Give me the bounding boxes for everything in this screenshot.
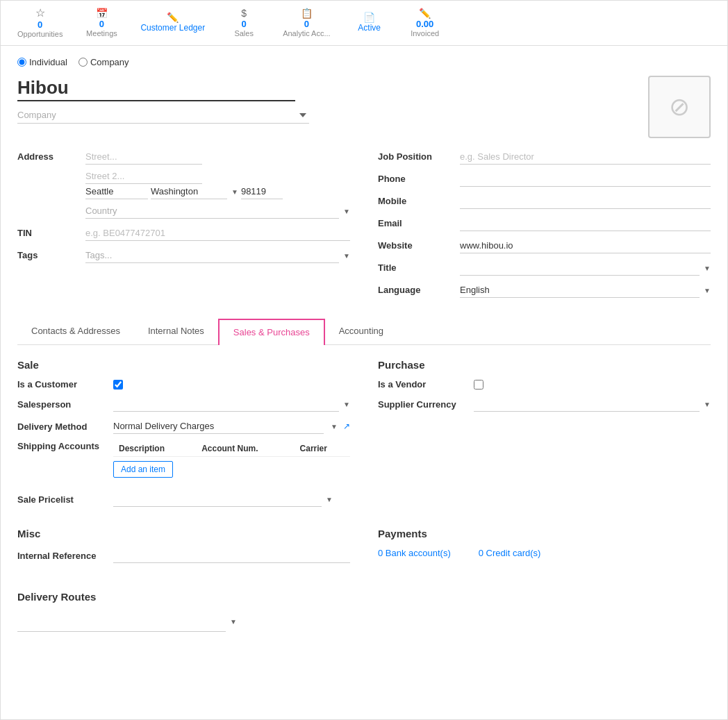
company-radio[interactable] xyxy=(78,58,88,67)
tab-contacts-addresses[interactable]: Contacts & Addresses xyxy=(17,319,134,344)
top-nav: ☆ 0 Opportunities 📅 0 Meetings ✏️ Custom… xyxy=(1,1,727,46)
phone-row: Phone xyxy=(378,171,711,187)
supplier-currency-select[interactable] xyxy=(474,396,700,412)
company-label: Company xyxy=(90,57,129,67)
company-radio-label[interactable]: Company xyxy=(78,57,129,67)
individual-radio-label[interactable]: Individual xyxy=(17,57,67,67)
title-label: Title xyxy=(378,262,454,273)
tab-accounting[interactable]: Accounting xyxy=(325,319,397,344)
salesperson-row: Salesperson ▼ xyxy=(17,396,350,412)
col-carrier: Carrier xyxy=(295,441,350,457)
tab-internal-notes[interactable]: Internal Notes xyxy=(134,319,218,344)
tin-input[interactable] xyxy=(85,226,350,241)
is-customer-checkbox[interactable] xyxy=(113,380,123,390)
customer-ledger-label: Customer Ledger xyxy=(140,23,205,33)
is-customer-label: Is a Customer xyxy=(17,379,108,390)
routes-dropdown-arrow: ▼ xyxy=(230,618,237,626)
shipping-accounts-table: Description Account Num. Carrier xyxy=(113,441,350,457)
supplier-currency-row: Supplier Currency ▼ xyxy=(378,396,711,412)
star-icon: ☆ xyxy=(35,6,45,19)
mobile-input[interactable] xyxy=(460,194,711,209)
payment-links: 0 Bank account(s) 0 Credit card(s) xyxy=(378,548,711,558)
street2-input[interactable] xyxy=(85,169,202,184)
nav-sales[interactable]: $ 0 Sales xyxy=(216,1,272,45)
language-select[interactable]: English xyxy=(460,283,700,298)
pricelist-row: Sale Pricelist ▼ xyxy=(17,492,350,507)
calendar-icon: 📅 xyxy=(96,8,108,19)
contact-type-group: Individual Company xyxy=(17,57,711,67)
sale-column: Sale Is a Customer Salesperson ▼ xyxy=(17,359,350,507)
name-input[interactable] xyxy=(17,76,295,101)
analytic-count: 0 xyxy=(304,19,309,29)
delivery-routes-select[interactable] xyxy=(17,617,226,632)
internal-ref-input[interactable] xyxy=(113,548,350,563)
company-select[interactable]: Company xyxy=(17,107,309,124)
nav-meetings[interactable]: 📅 0 Meetings xyxy=(74,1,129,45)
analytic-label: Analytic Acc... xyxy=(283,29,330,37)
shipping-accounts-row: Shipping Accounts Description Account Nu… xyxy=(17,441,350,478)
title-row: Title ▼ xyxy=(378,260,711,276)
is-vendor-checkbox[interactable] xyxy=(474,380,483,390)
website-input[interactable] xyxy=(460,238,711,253)
language-dropdown-arrow: ▼ xyxy=(704,287,711,294)
title-select[interactable] xyxy=(460,260,700,276)
email-input[interactable] xyxy=(460,216,711,231)
city-input[interactable] xyxy=(85,184,148,199)
add-item-button[interactable]: Add an item xyxy=(113,461,173,478)
city-state-row: Washington ▼ xyxy=(85,184,350,199)
credit-cards-link[interactable]: 0 Credit card(s) xyxy=(479,548,541,558)
misc-columns: Misc Internal Reference Payments 0 Bank … xyxy=(17,528,711,570)
tab-columns: Sale Is a Customer Salesperson ▼ xyxy=(17,359,711,507)
pricelist-label: Sale Pricelist xyxy=(17,494,108,505)
individual-radio[interactable] xyxy=(17,58,26,67)
title-dropdown-arrow: ▼ xyxy=(704,265,711,272)
photo-placeholder[interactable]: ⊘ xyxy=(648,76,711,138)
nav-customer-ledger[interactable]: ✏️ Customer Ledger xyxy=(129,1,216,45)
tags-select[interactable]: Tags... xyxy=(85,248,339,263)
job-position-row: Job Position xyxy=(378,149,711,165)
salesperson-label: Salesperson xyxy=(17,399,108,410)
company-field: Company xyxy=(17,107,648,124)
pricelist-select[interactable] xyxy=(113,492,322,507)
pricelist-dropdown-arrow: ▼ xyxy=(326,496,333,503)
zip-input[interactable] xyxy=(241,184,283,199)
mobile-label: Mobile xyxy=(378,196,454,206)
job-position-input[interactable] xyxy=(460,149,711,165)
delivery-external-link[interactable]: ↗ xyxy=(343,421,350,431)
tab-content: Sale Is a Customer Salesperson ▼ xyxy=(17,345,711,646)
main-content: Individual Company Company ⊘ xyxy=(1,46,727,719)
tags-label: Tags xyxy=(17,250,80,260)
nav-analytic[interactable]: 📋 0 Analytic Acc... xyxy=(272,1,341,45)
nav-active[interactable]: 📄 Active xyxy=(342,1,397,45)
country-dropdown-arrow: ▼ xyxy=(343,208,350,215)
email-row: Email xyxy=(378,216,711,231)
shipping-accounts-label: Shipping Accounts xyxy=(17,441,108,451)
phone-input[interactable] xyxy=(460,171,711,187)
mobile-row: Mobile xyxy=(378,194,711,209)
nav-opportunities[interactable]: ☆ 0 Opportunities xyxy=(6,1,74,45)
tab-sales-purchases[interactable]: Sales & Purchases xyxy=(218,319,325,345)
tabs-bar: Contacts & Addresses Internal Notes Sale… xyxy=(17,319,711,345)
country-select[interactable]: Country xyxy=(85,203,339,219)
delivery-routes-section: Delivery Routes ▼ xyxy=(17,591,711,632)
state-select[interactable]: Washington xyxy=(151,184,227,199)
delivery-method-row: Delivery Method Normal Delivery Charges … xyxy=(17,419,350,434)
phone-label: Phone xyxy=(378,174,454,184)
active-icon: 📄 xyxy=(363,12,375,23)
individual-label: Individual xyxy=(29,57,67,67)
delivery-method-select[interactable]: Normal Delivery Charges xyxy=(113,419,324,434)
form-grid: Address Washington ▼ xyxy=(17,149,711,305)
nav-invoiced[interactable]: ✏️ 0.00 Invoiced xyxy=(397,1,453,45)
website-row: Website xyxy=(378,238,711,253)
salesperson-select[interactable] xyxy=(113,396,339,412)
delivery-dropdown-arrow: ▼ xyxy=(331,423,338,430)
shipping-accounts-table-container: Description Account Num. Carrier Add an … xyxy=(113,441,350,478)
bank-accounts-link[interactable]: 0 Bank account(s) xyxy=(378,548,451,558)
delivery-method-field: Normal Delivery Charges ▼ ↗ xyxy=(113,419,350,434)
ledger-icon: ✏️ xyxy=(167,12,179,23)
street-input[interactable] xyxy=(85,149,202,165)
camera-icon: ⊘ xyxy=(669,92,690,122)
purchase-section-title: Purchase xyxy=(378,359,711,371)
misc-column: Misc Internal Reference xyxy=(17,528,350,570)
sales-label: Sales xyxy=(234,29,254,37)
